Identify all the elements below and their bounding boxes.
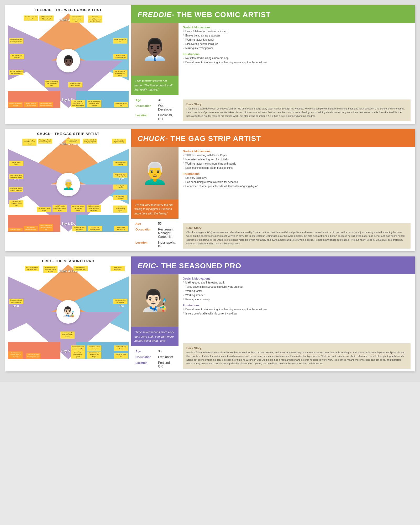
eric-frust-1: Doesn't want to risk wasting time learni… <box>183 307 411 312</box>
freddie-sticky-s2: people using camera phones <box>113 54 127 59</box>
chuck-row: CHUCK - THE GAG STRIP ARTIST Think & Fee… <box>5 129 415 251</box>
eric-photo: 👨🏻‍🎨 <box>131 274 178 327</box>
freddie-sticky-t3: Is this another comic-based app? <box>70 15 84 23</box>
freddie-backstory: Back Story Freddie is a web developer wh… <box>183 99 411 121</box>
chuck-header: CHUCK- THE GAG STRIP ARTIST <box>131 129 415 147</box>
freddie-goal-2: Enjoys being an early adopter <box>183 34 411 38</box>
chuck-goal-1: Still loves working with Pen & Paper <box>183 153 411 158</box>
freddie-backstory-text: Freddie is a web developer who loves com… <box>186 107 407 118</box>
freddie-sticky-p1: worried is another big app <box>8 102 23 107</box>
freddie-goals-list: Has a full-time job, so time is limited … <box>183 29 411 50</box>
eric-frust-2: Is very comfortable with his current wor… <box>183 312 411 316</box>
chuck-empathy-title: CHUCK - THE GAG STRIP ARTIST <box>8 132 129 136</box>
freddie-em-diagram: Think & Feel Hear See Say & Do Pain Gain… <box>8 13 129 108</box>
eric-info-area: 👨🏻‍🎨 "Time saved means more work gets do… <box>131 274 415 371</box>
chuck-sticky-s5: friends badmouthing digital <box>113 206 127 213</box>
chuck-goals-heading: Goals & Motivations <box>183 150 411 153</box>
eric-sticky-t3: is this really a good solid app? <box>74 266 88 271</box>
chuck-sticky-h1: digital is the future <box>9 161 23 166</box>
eric-sticky-g5: works with City Studio <box>114 345 128 351</box>
eric-backstory-title: Back Story <box>186 346 407 350</box>
freddie-sticky-g1: can work on comic break or any time bord… <box>71 100 85 107</box>
chuck-sticky-s2: younger artists working digitally <box>113 173 127 178</box>
freddie-right-col: Goals & Motivations Has a full-time job,… <box>178 23 415 124</box>
freddie-em-avatar: 👨🏿 <box>56 49 80 72</box>
chuck-backstory-text: Chuck manages a BBQ restaurant and also … <box>186 230 407 245</box>
freddie-left-col: 👨🏿‍💼 "I like to work smarter not harder.… <box>131 23 178 124</box>
eric-age-row: Age 36 <box>135 349 174 353</box>
chuck-title: CHUCK- THE GAG STRIP ARTIST <box>138 134 261 143</box>
freddie-empathy-title: FREDDIE - THE WEB COMIC ARTIST <box>8 8 129 12</box>
eric-sticky-g1: Getting time layers into photoshop is go… <box>71 349 85 359</box>
page-wrapper: FREDDIE - THE WEB COMIC ARTIST Think & F… <box>0 0 420 382</box>
chuck-sticky-p1: not tech savvy <box>8 228 23 231</box>
freddie-sticky-g3: works with iXab files <box>114 102 128 107</box>
eric-frustrations-heading: Frustrations <box>183 304 411 307</box>
eric-see-label: See <box>119 304 124 307</box>
eric-goals-list: Making good and interesting work Takes p… <box>183 281 411 302</box>
chuck-sticky-t4: will I be ridiculed for trying digital? <box>83 139 97 144</box>
chuck-sticky-t3: new technology is fascinating <box>66 139 80 144</box>
eric-empathy-map: ERIC - THE SEASONED PRO Think & Feel Hea… <box>5 256 131 371</box>
eric-backstory-text: Eric is a full-time freelance comic arti… <box>186 351 407 366</box>
eric-backstory: Back Story Eric is a full-time freelance… <box>183 343 411 369</box>
eric-em-avatar: 👨🏻‍🎨 <box>56 300 80 324</box>
eric-sticky-p1: don't know if I want to learn a new app <box>8 351 23 359</box>
eric-location-row: Location Portland, OR <box>135 361 174 368</box>
eric-quote: "Time saved means more work gets done an… <box>131 327 178 346</box>
chuck-goal-2: Interested in learning to color digitall… <box>183 158 411 162</box>
freddie-row: FREDDIE - THE WEB COMIC ARTIST Think & F… <box>5 5 415 124</box>
freddie-occupation-row: Occupation Web Developer <box>135 104 174 111</box>
freddie-goal-1: Has a full-time job, so time is limited <box>183 29 411 34</box>
freddie-goals-heading: Goals & Motivations <box>183 26 411 29</box>
eric-sticky-g2: I don't want to draw with my finger <box>87 351 101 359</box>
chuck-sticky-t5: I'd like to try digital coloring <box>112 139 126 144</box>
chuck-frust-3: Concerned of what purist friends will th… <box>183 184 411 188</box>
eric-empathy-title: ERIC - THE SEASONED PRO <box>8 259 129 263</box>
chuck-right-col: Goals & Motivations Still loves working … <box>178 147 415 251</box>
eric-sticky-g4: Shot time saves money <box>87 345 101 351</box>
chuck-sticky-s3: bad digital artwork <box>113 185 127 190</box>
freddie-persona-card: FREDDIE- THE WEB COMIC ARTIST 👨🏿‍💼 "I li… <box>131 5 415 124</box>
chuck-sticky-t1: everything shouldn't be on an app <box>22 139 36 146</box>
chuck-frust-2: Has been using current workflow for deca… <box>183 180 411 184</box>
eric-goal-2: Takes pride in his speed and reliability… <box>183 285 411 289</box>
eric-hear-label: Hear <box>13 304 19 307</box>
freddie-sticky-s1: artists using iPad Pro <box>113 38 127 44</box>
chuck-sticky-g1: more time with the family <box>72 226 86 231</box>
freddie-sticky-s3: comic specific features in city studio <box>113 70 127 77</box>
eric-sticky-h1: friends wanting to stay traditional <box>9 299 23 304</box>
chuck-backstory: Back Story Chuck manages a BBQ restauran… <box>183 223 411 249</box>
eric-goal-3: Working faster <box>183 289 411 293</box>
chuck-sticky-g2: can still use traditional tools <box>88 226 102 231</box>
eric-left-col: 👨🏻‍🎨 "Time saved means more work gets do… <box>131 274 178 371</box>
eric-sticky-sd1: comics specific features in city studio <box>60 332 75 339</box>
freddie-sticky-sd1: I will use anything that saves me time <box>45 80 59 87</box>
freddie-header: FREDDIE- THE WEB COMIC ARTIST <box>131 5 415 23</box>
eric-header: ERIC- THE SEASONED PRO <box>131 256 415 274</box>
eric-sticky-t2: I have a Cintig and City Studio already <box>43 266 57 273</box>
freddie-frust-2: Doesn't want to risk wasting time learni… <box>183 60 411 65</box>
freddie-quote: "I like to work smarter not harder. The … <box>131 76 178 95</box>
freddie-title: FREDDIE- THE WEB COMIC ARTIST <box>138 10 271 19</box>
eric-goal-5: Earning more money <box>183 297 411 302</box>
chuck-frustrations-list: Not very tech savy Has been using curren… <box>183 176 411 188</box>
eric-goal-4: Working smarter <box>183 293 411 297</box>
chuck-backstory-title: Back Story <box>186 226 407 229</box>
chuck-sticky-s1: friends working digitally <box>113 161 127 166</box>
freddie-goal-3: Working faster & smarter <box>183 38 411 42</box>
chuck-stats: Age 55 Occupation Restaurant Manager, Ca… <box>131 219 178 251</box>
freddie-age-row: Age 31 <box>135 98 174 102</box>
chuck-sticky-p3: thinks paper and pencils work just fine <box>39 224 53 231</box>
freddie-goal-5: Making interesting work <box>183 46 411 50</box>
chuck-em-avatar: 👨‍🦳 <box>56 173 80 196</box>
freddie-info-area: 👨🏿‍💼 "I like to work smarter not harder.… <box>131 23 415 124</box>
eric-persona-card: ERIC- THE SEASONED PRO 👨🏻‍🎨 "Time saved … <box>131 256 415 371</box>
chuck-quote: "I'm not very tech savy but I'm willing … <box>131 200 178 219</box>
freddie-backstory-title: Back Story <box>186 103 407 106</box>
chuck-location-row: Location Indianapolis, IN <box>135 241 174 248</box>
chuck-empathy-map: CHUCK - THE GAG STRIP ARTIST Think & Fee… <box>5 129 131 251</box>
freddie-sticky-g2: saves time when I have to draw borders <box>87 100 101 107</box>
eric-right-col: Goals & Motivations Making good and inte… <box>178 274 415 371</box>
freddie-sticky-t4: I can do everything I need with City Stu… <box>88 15 102 23</box>
